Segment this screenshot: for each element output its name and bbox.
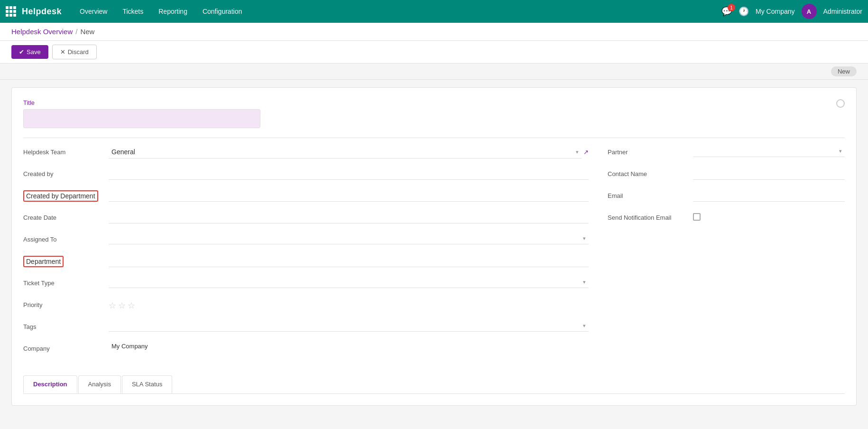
form-right-column: Partner ▾ Contact Name Email [608, 146, 845, 364]
tags-field: Tags ▾ [23, 320, 589, 336]
contact-name-field: Contact Name [608, 168, 845, 183]
company-field: Company My Company [23, 342, 589, 357]
form-grid: Helpdesk Team General ▾ ↗ Created by [23, 146, 845, 364]
send-notification-email-field: Send Notification Email [608, 211, 845, 226]
contact-name-input[interactable] [693, 168, 845, 180]
helpdesk-team-external-link-icon[interactable]: ↗ [583, 149, 589, 156]
created-by-label: Created by [23, 168, 109, 177]
send-notification-email-checkbox-wrapper [693, 211, 845, 221]
breadcrumb-parent[interactable]: Helpdesk Overview [11, 28, 73, 36]
partner-field: Partner ▾ [608, 146, 845, 161]
created-by-department-field: Created by Department [23, 189, 589, 205]
title-input[interactable] [23, 109, 260, 128]
tab-analysis[interactable]: Analysis [78, 375, 121, 393]
topnav-right: 💬 1 🕐 My Company A Administrator [721, 4, 862, 19]
user-avatar[interactable]: A [802, 4, 817, 19]
toolbar: ✔ Save ✕ Discard [0, 41, 868, 64]
department-field: Department [23, 255, 589, 270]
status-circle [836, 99, 845, 108]
status-bar: New [0, 64, 868, 80]
tags-dropdown-arrow: ▾ [583, 323, 586, 329]
main-form: Title Helpdesk Team General ▾ ↗ [11, 87, 857, 406]
create-date-field: Create Date [23, 211, 589, 226]
ticket-type-dropdown-arrow: ▾ [583, 279, 586, 285]
ticket-type-field: Ticket Type ▾ [23, 277, 589, 292]
title-field-wrapper: Title [23, 99, 260, 128]
breadcrumb: Helpdesk Overview / New [11, 28, 94, 36]
created-by-department-label: Created by Department [23, 190, 98, 202]
priority-field: Priority ☆ ☆ ☆ [23, 298, 589, 314]
ticket-type-select[interactable]: ▾ [109, 277, 589, 288]
assigned-to-field: Assigned To ▾ [23, 233, 589, 248]
assigned-to-dropdown-arrow: ▾ [583, 235, 586, 242]
create-date-input[interactable] [109, 211, 589, 224]
app-brand: Helpdesk [22, 7, 62, 17]
breadcrumb-separator: / [75, 28, 77, 36]
menu-overview[interactable]: Overview [73, 5, 114, 18]
subheader: Helpdesk Overview / New [0, 23, 868, 41]
title-label: Title [23, 99, 260, 106]
tags-select[interactable]: ▾ [109, 320, 589, 332]
email-field: Email [608, 189, 845, 205]
form-left-column: Helpdesk Team General ▾ ↗ Created by [23, 146, 589, 364]
top-navigation: Helpdesk Overview Tickets Reporting Conf… [0, 0, 868, 23]
notification-badge: 1 [728, 4, 735, 11]
company-label: Company [23, 342, 109, 352]
priority-label: Priority [23, 298, 109, 308]
tab-sla-status[interactable]: SLA Status [122, 375, 172, 393]
clock-icon[interactable]: 🕐 [739, 6, 749, 17]
helpdesk-team-value: General ▾ ↗ [109, 146, 589, 159]
created-by-input[interactable] [109, 168, 589, 180]
messages-icon[interactable]: 💬 1 [721, 6, 732, 17]
company-name: My Company [756, 8, 794, 15]
partner-dropdown-arrow: ▾ [839, 148, 842, 154]
save-check-icon: ✔ [19, 48, 24, 56]
menu-reporting[interactable]: Reporting [152, 5, 194, 18]
email-label: Email [608, 189, 693, 199]
send-notification-email-label: Send Notification Email [608, 211, 693, 221]
assigned-to-select[interactable]: ▾ [109, 233, 589, 244]
tags-label: Tags [23, 320, 109, 330]
menu-configuration[interactable]: Configuration [196, 5, 249, 18]
title-divider [23, 138, 845, 138]
priority-star-2[interactable]: ☆ [118, 300, 126, 311]
created-by-field: Created by [23, 168, 589, 183]
priority-star-3[interactable]: ☆ [128, 300, 135, 311]
partner-select[interactable]: ▾ [693, 146, 845, 157]
tab-description[interactable]: Description [23, 375, 77, 393]
created-by-department-input[interactable] [109, 189, 589, 202]
helpdesk-team-field: Helpdesk Team General ▾ ↗ [23, 146, 589, 161]
partner-label: Partner [608, 146, 693, 156]
priority-star-1[interactable]: ☆ [109, 300, 116, 311]
breadcrumb-current: New [80, 28, 94, 36]
helpdesk-team-select[interactable]: General ▾ [109, 146, 582, 159]
discard-x-icon: ✕ [60, 48, 65, 56]
contact-name-label: Contact Name [608, 168, 693, 177]
ticket-type-label: Ticket Type [23, 277, 109, 287]
grid-menu-icon[interactable] [6, 6, 17, 17]
helpdesk-team-label: Helpdesk Team [23, 146, 109, 156]
send-notification-email-checkbox[interactable] [693, 213, 701, 221]
status-badge[interactable]: New [831, 66, 857, 76]
department-label: Department [23, 256, 64, 267]
form-tabs: Description Analysis SLA Status [23, 375, 845, 394]
user-name: Administrator [823, 8, 862, 15]
department-input[interactable] [109, 255, 589, 267]
company-value: My Company [109, 340, 151, 352]
assigned-to-label: Assigned To [23, 233, 109, 243]
top-menu: Overview Tickets Reporting Configuration [73, 5, 721, 18]
discard-button[interactable]: ✕ Discard [52, 45, 97, 59]
priority-stars: ☆ ☆ ☆ [109, 298, 589, 311]
menu-tickets[interactable]: Tickets [116, 5, 150, 18]
create-date-label: Create Date [23, 211, 109, 221]
helpdesk-team-dropdown-arrow: ▾ [576, 149, 579, 155]
email-input[interactable] [693, 189, 845, 202]
save-button[interactable]: ✔ Save [11, 45, 48, 59]
title-section: Title [23, 99, 845, 128]
